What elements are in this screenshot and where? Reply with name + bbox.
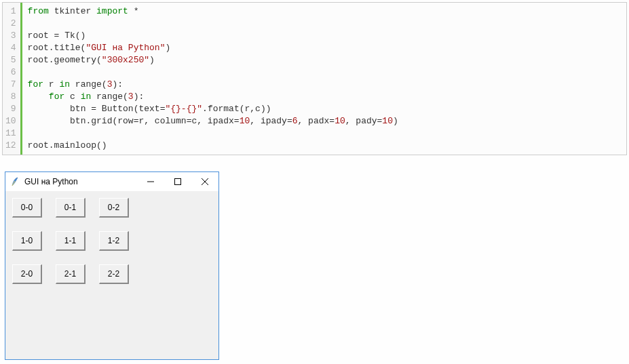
grid-button-1-2[interactable]: 1-2: [99, 231, 129, 251]
line-number: 2: [5, 18, 16, 30]
grid-button-1-0[interactable]: 1-0: [12, 231, 42, 251]
window-title: GUI на Python: [24, 177, 137, 186]
line-number: 4: [5, 42, 16, 54]
line-number: 6: [5, 66, 16, 79]
tkinter-window: GUI на Python 0-0 0-1 0-2 1-0 1-1 1-2 2-…: [5, 171, 219, 360]
grid-button-0-0[interactable]: 0-0: [12, 198, 42, 218]
line-number: 1: [5, 5, 16, 18]
line-number: 11: [5, 127, 16, 140]
grid-button-2-1[interactable]: 2-1: [56, 264, 85, 284]
client-area: 0-0 0-1 0-2 1-0 1-1 1-2 2-0 2-1 2-2: [5, 191, 218, 359]
code-content[interactable]: from tkinter import * root = Tk()root.ti…: [22, 3, 626, 155]
grid-button-1-1[interactable]: 1-1: [56, 231, 85, 251]
line-number: 9: [5, 103, 16, 115]
line-number: 12: [5, 140, 16, 152]
grid-button-2-2[interactable]: 2-2: [99, 264, 129, 284]
grid-button-0-1[interactable]: 0-1: [56, 198, 85, 218]
close-icon: [202, 178, 208, 185]
line-gutter: 1 2 3 4 5 6 7 8 9 10 11 12: [3, 3, 22, 155]
code-editor: 1 2 3 4 5 6 7 8 9 10 11 12 from tkinter …: [2, 2, 627, 155]
minimize-icon: [147, 178, 154, 185]
line-number: 10: [5, 115, 16, 127]
grid-button-2-0[interactable]: 2-0: [12, 264, 42, 284]
tkinter-feather-icon: [9, 176, 20, 187]
titlebar[interactable]: GUI на Python: [5, 172, 218, 191]
svg-rect-1: [175, 179, 181, 185]
close-button[interactable]: [191, 172, 218, 191]
grid-button-0-2[interactable]: 0-2: [99, 198, 129, 218]
line-number: 8: [5, 91, 16, 103]
line-number: 3: [5, 30, 16, 42]
button-grid: 0-0 0-1 0-2 1-0 1-1 1-2 2-0 2-1 2-2: [12, 198, 212, 284]
maximize-icon: [174, 178, 181, 185]
line-number: 5: [5, 54, 16, 66]
line-number: 7: [5, 79, 16, 91]
maximize-button[interactable]: [164, 172, 191, 191]
window-controls: [137, 172, 218, 191]
minimize-button[interactable]: [137, 172, 164, 191]
